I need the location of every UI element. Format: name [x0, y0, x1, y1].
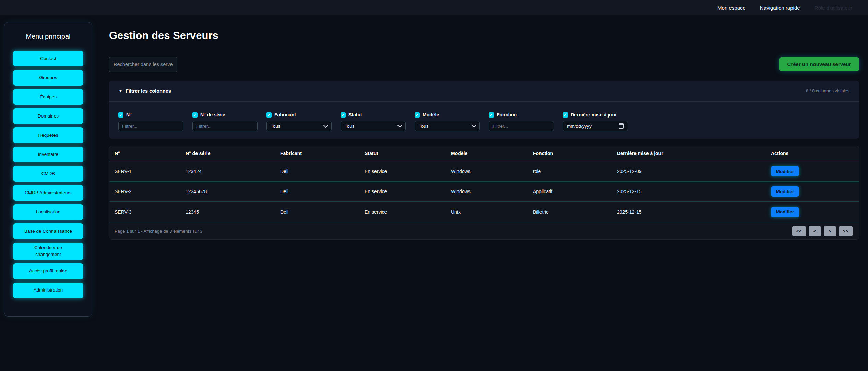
modify-button[interactable]: Modifier	[771, 166, 799, 176]
table-cell: SERV-1	[115, 169, 186, 174]
table-cell: 12345678	[186, 189, 280, 194]
column-header: Fonction	[533, 151, 617, 156]
filter-column-check-row: ✓ Dernière mise à jour	[563, 112, 628, 118]
sidebar-item[interactable]: Localisation	[13, 204, 83, 220]
create-server-button[interactable]: Créer un nouveau serveur	[779, 57, 859, 71]
filter-column: ✓ Fabricant Tous	[266, 112, 332, 131]
pagination-next-button[interactable]: >	[824, 226, 836, 236]
sidebar-item[interactable]: Requêtes	[13, 127, 83, 143]
sidebar-item[interactable]: Contact	[13, 51, 83, 66]
text-filter-input[interactable]	[192, 121, 258, 131]
table-cell: 2025-12-09	[617, 169, 771, 174]
filter-panel-title: Filtrer les colonnes	[126, 88, 171, 94]
sidebar-item[interactable]: Groupes	[13, 70, 83, 86]
column-visibility-checkbox[interactable]: ✓	[563, 112, 568, 118]
filter-column: ✓ Statut Tous	[341, 112, 406, 131]
filter-column-label: N° de série	[200, 112, 225, 118]
filter-control-slot	[489, 121, 554, 131]
sidebar-item[interactable]: Calendrier de changement	[13, 243, 83, 260]
filter-control-slot: Tous	[415, 121, 480, 131]
column-visibility-checkbox[interactable]: ✓	[266, 112, 272, 118]
pagination-first-button[interactable]: <<	[792, 226, 806, 236]
pagination-last-button[interactable]: >>	[839, 226, 853, 236]
checkmark-icon: ✓	[416, 113, 419, 117]
filter-column: ✓ N°	[118, 112, 183, 131]
sidebar-item[interactable]: Administration	[13, 283, 83, 298]
filter-column: ✓ N° de série	[192, 112, 258, 131]
filter-control-slot	[192, 121, 258, 131]
table-body: SERV-1123424DellEn serviceWindowsrole202…	[109, 161, 859, 222]
filter-column-label: Dernière mise à jour	[571, 112, 617, 118]
table-cell: 123424	[186, 169, 280, 174]
search-input[interactable]	[109, 57, 177, 72]
column-header: N°	[115, 151, 186, 156]
filter-column-check-row: ✓ N°	[118, 112, 183, 118]
filter-select-value: Tous	[271, 124, 281, 129]
chevron-down-icon	[472, 123, 476, 128]
column-header: Actions	[771, 151, 859, 156]
filter-panel-header: ▼ Filtrer les colonnes 8 / 8 colonnes vi…	[109, 81, 859, 102]
checkmark-icon: ✓	[342, 113, 345, 117]
app-root: Mon espace Navigation rapide Rôle d'util…	[0, 0, 868, 371]
filter-column-label: Modèle	[423, 112, 439, 118]
date-filter-input[interactable]: mm/dd/yyyy	[563, 121, 628, 131]
checkmark-icon: ✓	[119, 113, 122, 117]
column-visibility-checkbox[interactable]: ✓	[415, 112, 420, 118]
column-header: Dernière mise à jour	[617, 151, 771, 156]
sidebar-item[interactable]: Accès profil rapide	[13, 263, 83, 279]
column-visibility-checkbox[interactable]: ✓	[192, 112, 198, 118]
pagination-summary: Page 1 sur 1 - Affichage de 3 éléments s…	[115, 228, 202, 234]
filter-select[interactable]: Tous	[341, 121, 406, 131]
filter-control-slot	[118, 121, 183, 131]
pagination-prev-button[interactable]: <	[809, 226, 821, 236]
filter-select-value: Tous	[419, 124, 429, 129]
checkmark-icon: ✓	[193, 113, 197, 117]
sidebar-item[interactable]: Domaines	[13, 108, 83, 124]
calendar-icon	[619, 123, 624, 129]
modify-button[interactable]: Modifier	[771, 186, 799, 197]
sidebar-item[interactable]: CMDB	[13, 166, 83, 182]
table-cell: 2025-12-15	[617, 209, 771, 215]
table-cell: En service	[365, 169, 451, 174]
filter-columns: ✓ N° ✓ N° de série ✓ Fabricant Tous ✓ St…	[109, 102, 859, 131]
table-row: SERV-312345DellEn serviceUnixBilletrie20…	[109, 202, 859, 222]
filter-column-check-row: ✓ Modèle	[415, 112, 480, 118]
column-header: Fabricant	[280, 151, 365, 156]
pagination: <<<>>>	[792, 226, 853, 236]
sidebar-item[interactable]: CMDB Administrateurs	[13, 185, 83, 201]
table-cell: Dell	[280, 209, 365, 215]
sidebar-item[interactable]: Base de Connaissance	[13, 223, 83, 239]
toolbar: Créer un nouveau serveur	[109, 57, 859, 72]
column-header: Statut	[365, 151, 451, 156]
text-filter-input[interactable]	[118, 121, 183, 131]
column-visibility-checkbox[interactable]: ✓	[489, 112, 494, 118]
table-cell: Windows	[451, 169, 533, 174]
filter-control-slot: mm/dd/yyyy	[563, 121, 628, 131]
filter-column-check-row: ✓ Statut	[341, 112, 406, 118]
modify-button[interactable]: Modifier	[771, 207, 799, 217]
column-visibility-checkbox[interactable]: ✓	[341, 112, 346, 118]
text-filter-input[interactable]	[489, 121, 554, 131]
table-cell: role	[533, 169, 617, 174]
filter-column: ✓ Dernière mise à jour mm/dd/yyyy	[563, 112, 628, 131]
filter-column-label: Fabricant	[274, 112, 296, 118]
filter-control-slot: Tous	[266, 121, 332, 131]
filter-panel-toggle[interactable]: ▼ Filtrer les colonnes	[119, 88, 171, 94]
table-cell: Applicatif	[533, 189, 617, 194]
sidebar-item[interactable]: Équipes	[13, 89, 83, 105]
filter-select[interactable]: Tous	[266, 121, 332, 131]
main-content: Gestion des Serveurs Créer un nouveau se…	[109, 0, 859, 371]
filter-column-check-row: ✓ Fonction	[489, 112, 554, 118]
filter-column-label: Fonction	[497, 112, 517, 118]
table-cell: En service	[365, 189, 451, 194]
servers-table: N°N° de sérieFabricantStatutModèleFoncti…	[109, 146, 859, 240]
sidebar-item[interactable]: Inventaire	[13, 147, 83, 162]
table-cell: SERV-2	[115, 189, 186, 194]
table-header-row: N°N° de sérieFabricantStatutModèleFoncti…	[109, 146, 859, 161]
column-visibility-checkbox[interactable]: ✓	[118, 112, 123, 118]
table-row: SERV-212345678DellEn serviceWindowsAppli…	[109, 182, 859, 202]
filter-column: ✓ Modèle Tous	[415, 112, 480, 131]
filter-column: ✓ Fonction	[489, 112, 554, 131]
filter-select[interactable]: Tous	[415, 121, 480, 131]
sidebar-menu: ContactGroupesÉquipesDomainesRequêtesInv…	[4, 40, 92, 298]
